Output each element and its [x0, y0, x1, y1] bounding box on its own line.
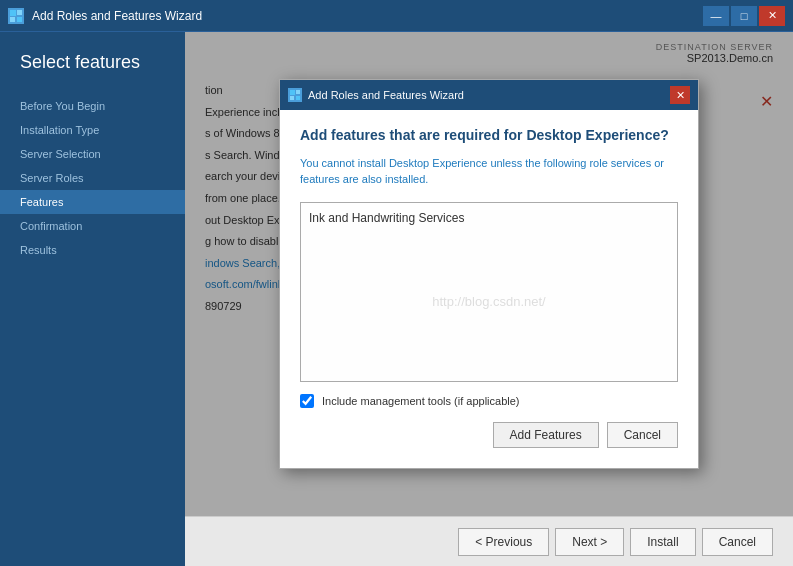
sidebar-item-features[interactable]: Features	[0, 190, 185, 214]
sidebar-item-results[interactable]: Results	[0, 238, 185, 262]
svg-rect-3	[17, 17, 22, 22]
content-area: DESTINATION SERVER SP2013.Demo.cn ✕ tion…	[185, 32, 793, 566]
cancel-button[interactable]: Cancel	[702, 528, 773, 556]
modal-desc-text2: are also installed.	[340, 173, 429, 185]
sidebar: Select features Before You Begin Install…	[0, 32, 185, 566]
install-button[interactable]: Install	[630, 528, 695, 556]
window-title: Add Roles and Features Wizard	[32, 9, 202, 23]
sidebar-item-installation-type[interactable]: Installation Type	[0, 118, 185, 142]
maximize-button[interactable]: □	[731, 6, 757, 26]
modal-dialog: Add Roles and Features Wizard ✕ Add feat…	[279, 79, 699, 468]
wizard-footer: < Previous Next > Install Cancel	[185, 516, 793, 566]
modal-title: Add Roles and Features Wizard	[308, 89, 464, 101]
modal-description: You cannot install Desktop Experience un…	[300, 155, 678, 188]
modal-content: Add features that are required for Deskt…	[280, 110, 698, 467]
modal-heading: Add features that are required for Deskt…	[300, 126, 678, 144]
window-close-button[interactable]: ✕	[759, 6, 785, 26]
sidebar-title: Select features	[0, 52, 185, 94]
svg-rect-7	[296, 96, 300, 100]
sidebar-item-before-you-begin[interactable]: Before You Begin	[0, 94, 185, 118]
svg-rect-5	[296, 90, 300, 94]
watermark: http://blog.csdn.net/	[432, 294, 545, 309]
svg-rect-2	[10, 17, 15, 22]
svg-rect-0	[10, 10, 16, 16]
modal-cancel-button[interactable]: Cancel	[607, 422, 678, 448]
checkbox-row: Include management tools (if applicable)	[300, 394, 678, 408]
feature-item: Ink and Handwriting Services	[309, 211, 669, 225]
modal-title-bar: Add Roles and Features Wizard ✕	[280, 80, 698, 110]
svg-rect-6	[290, 96, 294, 100]
modal-close-button[interactable]: ✕	[670, 86, 690, 104]
wizard-container: Select features Before You Begin Install…	[0, 32, 793, 566]
sidebar-item-server-selection[interactable]: Server Selection	[0, 142, 185, 166]
svg-rect-4	[290, 90, 295, 95]
features-list-box: Ink and Handwriting Services http://blog…	[300, 202, 678, 382]
next-button[interactable]: Next >	[555, 528, 624, 556]
title-bar: Add Roles and Features Wizard — □ ✕	[0, 0, 793, 32]
modal-overlay: Add Roles and Features Wizard ✕ Add feat…	[185, 32, 793, 516]
minimize-button[interactable]: —	[703, 6, 729, 26]
title-bar-left: Add Roles and Features Wizard	[8, 8, 202, 24]
window-controls: — □ ✕	[703, 6, 785, 26]
previous-button[interactable]: < Previous	[458, 528, 549, 556]
content-body: DESTINATION SERVER SP2013.Demo.cn ✕ tion…	[185, 32, 793, 516]
modal-title-left: Add Roles and Features Wizard	[288, 88, 464, 102]
checkbox-label: Include management tools (if applicable)	[322, 395, 520, 407]
management-tools-checkbox[interactable]	[300, 394, 314, 408]
sidebar-item-confirmation[interactable]: Confirmation	[0, 214, 185, 238]
sidebar-item-server-roles[interactable]: Server Roles	[0, 166, 185, 190]
add-features-button[interactable]: Add Features	[493, 422, 599, 448]
modal-desc-text: You cannot install Desktop Experience un…	[300, 157, 589, 169]
app-icon	[8, 8, 24, 24]
svg-rect-1	[17, 10, 22, 15]
modal-footer: Add Features Cancel	[300, 422, 678, 452]
modal-app-icon	[288, 88, 302, 102]
